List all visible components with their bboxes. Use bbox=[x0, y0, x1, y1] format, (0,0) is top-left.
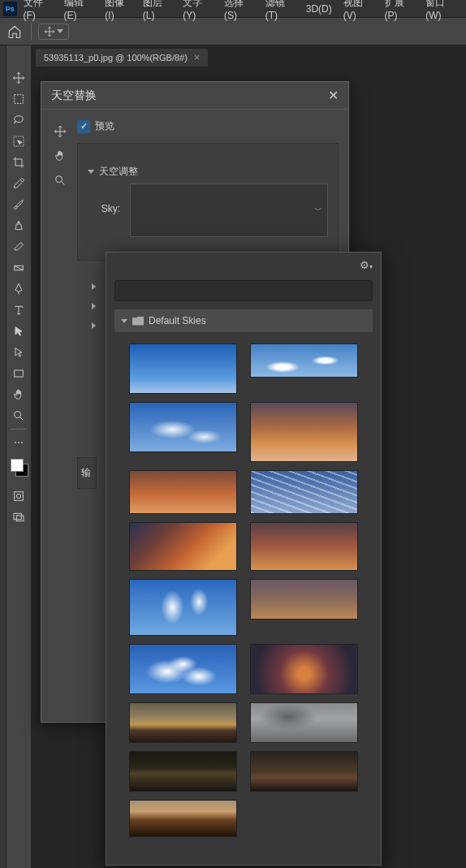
type-tool[interactable] bbox=[9, 300, 28, 320]
menu-file[interactable]: 文件(F) bbox=[19, 0, 58, 23]
menu-view[interactable]: 视图(V) bbox=[339, 0, 378, 23]
menu-layer[interactable]: 图层(L) bbox=[138, 0, 177, 23]
chevron-down-icon bbox=[57, 29, 63, 33]
chevron-down-icon bbox=[121, 319, 127, 323]
chevron-down-icon bbox=[88, 170, 94, 174]
sky-thumb-cirrus[interactable] bbox=[250, 470, 358, 514]
sky-adjustments-header[interactable]: 天空调整 bbox=[88, 160, 328, 184]
lasso-tool[interactable] bbox=[9, 110, 28, 130]
rectangle-tool[interactable] bbox=[9, 364, 28, 383]
sky-thumb-night-1[interactable] bbox=[129, 751, 237, 792]
svg-rect-5 bbox=[15, 492, 24, 501]
crop-tool[interactable] bbox=[9, 153, 28, 172]
dialog-hand-tool[interactable] bbox=[51, 147, 69, 165]
folder-icon bbox=[132, 317, 144, 326]
document-tab-label: 53935113_p0.jpg @ 100%(RGB/8#) bbox=[44, 53, 188, 63]
menu-filter[interactable]: 滤镜(T) bbox=[261, 0, 300, 23]
dialog-zoom-tool[interactable] bbox=[51, 171, 69, 189]
gear-icon[interactable]: ⚙︎▾ bbox=[360, 259, 373, 271]
svg-rect-0 bbox=[15, 95, 24, 104]
dialog-title: 天空替换 bbox=[51, 89, 97, 103]
app-logo: Ps bbox=[3, 2, 17, 16]
chevron-right-icon bbox=[92, 283, 96, 290]
quickmask-tool[interactable] bbox=[9, 486, 28, 506]
menu-plugins[interactable]: 扩展(P) bbox=[380, 0, 420, 23]
edit-toolbar[interactable]: ⋯ bbox=[9, 433, 28, 452]
folder-label: Default Skies bbox=[149, 315, 206, 326]
sky-thumb-sunset-6[interactable] bbox=[250, 644, 358, 694]
tool-preset-move[interactable] bbox=[38, 24, 69, 40]
chevron-right-icon bbox=[92, 322, 96, 329]
foreground-swatch[interactable] bbox=[11, 459, 24, 472]
menu-3d[interactable]: 3D(D) bbox=[301, 2, 337, 16]
brush-tool[interactable] bbox=[9, 195, 28, 214]
sky-select-dropdown[interactable]: ﹀ bbox=[130, 184, 328, 237]
toolbox: ⋯ bbox=[6, 45, 31, 868]
sky-thumb-sunset-1[interactable] bbox=[250, 402, 358, 462]
sky-thumb-blue-sky-3[interactable] bbox=[129, 579, 237, 636]
panel-edge bbox=[0, 45, 6, 868]
menu-window[interactable]: 窗口(W) bbox=[421, 0, 463, 23]
close-icon[interactable]: × bbox=[194, 52, 200, 63]
preview-checkbox[interactable]: ✓ bbox=[77, 120, 90, 133]
path-select-tool[interactable] bbox=[9, 322, 28, 341]
sky-search-input[interactable] bbox=[114, 280, 373, 301]
move-tool[interactable] bbox=[9, 68, 28, 88]
svg-point-6 bbox=[16, 494, 20, 498]
sky-preset-picker: ⚙︎▾ Default Skies bbox=[106, 252, 382, 866]
sky-thumb-dusk-1[interactable] bbox=[129, 702, 237, 743]
sky-thumb-blue-sky-1[interactable] bbox=[129, 343, 237, 394]
dialog-close-button[interactable]: ✕ bbox=[328, 88, 339, 103]
sky-thumb-sunset-5[interactable] bbox=[250, 579, 358, 620]
preview-label: 预览 bbox=[95, 119, 114, 133]
sky-thumb-night-2[interactable] bbox=[250, 751, 358, 792]
pen-tool[interactable] bbox=[9, 279, 28, 299]
menu-type[interactable]: 文字(Y) bbox=[178, 0, 218, 23]
sky-label: Sky: bbox=[88, 184, 120, 214]
output-label: 输 bbox=[81, 467, 91, 478]
menubar: Ps 文件(F) 编辑(E) 图像(I) 图层(L) 文字(Y) 选择(S) 滤… bbox=[0, 0, 466, 18]
sky-thumb-storm[interactable] bbox=[250, 702, 358, 743]
clone-tool[interactable] bbox=[9, 216, 28, 235]
gradient-tool[interactable] bbox=[9, 258, 28, 278]
sky-thumb-sunset-4[interactable] bbox=[250, 522, 358, 571]
svg-point-4 bbox=[15, 412, 21, 418]
zoom-tool[interactable] bbox=[9, 406, 28, 425]
chevron-down-icon: ﹀ bbox=[314, 205, 322, 216]
eraser-tool[interactable] bbox=[9, 237, 28, 257]
menu-edit[interactable]: 编辑(E) bbox=[59, 0, 99, 23]
chevron-right-icon bbox=[92, 303, 96, 309]
svg-rect-3 bbox=[15, 370, 24, 377]
menu-select[interactable]: 选择(S) bbox=[219, 0, 259, 23]
sky-thumb-blue-sky-2[interactable] bbox=[250, 343, 358, 378]
object-select-tool[interactable] bbox=[9, 132, 28, 151]
home-button[interactable] bbox=[5, 22, 24, 41]
output-section: 输 bbox=[77, 457, 97, 489]
hand-tool[interactable] bbox=[9, 385, 28, 404]
svg-rect-7 bbox=[14, 513, 21, 519]
sky-thumb-clouds-1[interactable] bbox=[129, 402, 237, 452]
document-tab[interactable]: 53935113_p0.jpg @ 100%(RGB/8#) × bbox=[36, 49, 208, 67]
dialog-titlebar[interactable]: 天空替换 ✕ bbox=[41, 82, 348, 110]
document-tabs: 53935113_p0.jpg @ 100%(RGB/8#) × bbox=[31, 45, 466, 67]
svg-point-9 bbox=[56, 176, 63, 183]
marquee-tool[interactable] bbox=[9, 89, 28, 109]
section-adjust-label: 天空调整 bbox=[99, 165, 138, 179]
color-swatches[interactable] bbox=[9, 457, 28, 477]
direct-select-tool[interactable] bbox=[9, 343, 28, 362]
dialog-move-tool[interactable] bbox=[51, 123, 69, 140]
svg-rect-8 bbox=[16, 516, 24, 521]
sky-thumb-dusk-2[interactable] bbox=[129, 800, 237, 837]
screenmode-tool[interactable] bbox=[9, 507, 28, 527]
sky-thumb-cumulus[interactable] bbox=[129, 644, 237, 694]
default-skies-folder[interactable]: Default Skies bbox=[114, 309, 373, 332]
sky-thumb-sunset-3[interactable] bbox=[129, 522, 237, 571]
menu-image[interactable]: 图像(I) bbox=[100, 0, 136, 23]
eyedropper-tool[interactable] bbox=[9, 174, 28, 193]
sky-thumb-sunset-2[interactable] bbox=[129, 470, 237, 514]
